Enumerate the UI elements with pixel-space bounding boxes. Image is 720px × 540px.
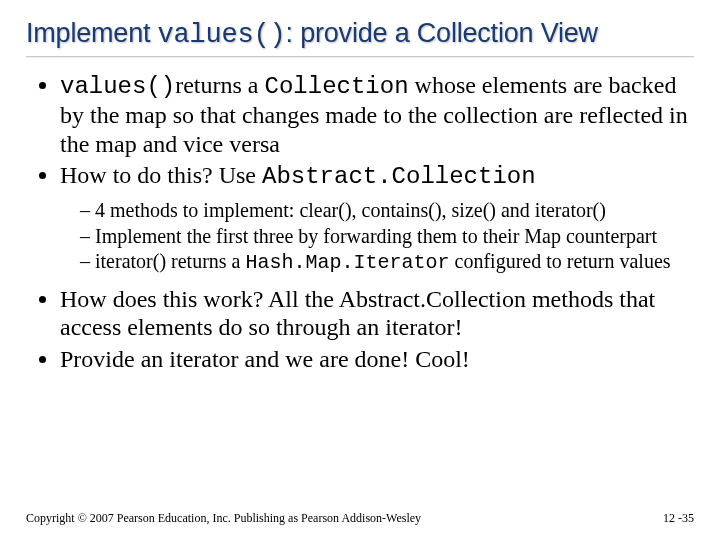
title-text-pre: Implement <box>26 18 158 48</box>
bullet-2-text: How to do this? Use <box>60 162 262 188</box>
bullet-1-code1: values() <box>60 73 175 100</box>
sub-1: 4 methods to implement: clear(), contain… <box>80 199 694 223</box>
slide: Implement values(): provide a Collection… <box>0 0 720 540</box>
title-text-post: : provide a Collection View <box>286 18 598 48</box>
sub-3-textb: configured to return values <box>450 250 671 272</box>
bullet-2: How to do this? Use Abstract.Collection … <box>60 161 694 275</box>
sub-list: 4 methods to implement: clear(), contain… <box>60 199 694 275</box>
sub-3-texta: iterator() returns a <box>95 250 245 272</box>
bullet-3: How does this work? All the Abstract.Col… <box>60 285 694 342</box>
copyright-footer: Copyright © 2007 Pearson Education, Inc.… <box>26 511 421 526</box>
title-rule <box>26 56 694 57</box>
bullet-2-code: Abstract.Collection <box>262 163 536 190</box>
title-code: values() <box>158 20 286 50</box>
bullet-1: values()returns a Collection whose eleme… <box>60 71 694 158</box>
sub-2: Implement the first three by forwarding … <box>80 225 694 249</box>
bullet-list: values()returns a Collection whose eleme… <box>32 71 694 373</box>
sub-3: iterator() returns a Hash.Map.Iterator c… <box>80 250 694 275</box>
bullet-1-text1: returns a <box>175 72 264 98</box>
bullet-4: Provide an iterator and we are done! Coo… <box>60 345 694 373</box>
slide-title: Implement values(): provide a Collection… <box>26 18 694 50</box>
bullet-1-code2: Collection <box>265 73 409 100</box>
sub-3-code: Hash.Map.Iterator <box>245 251 449 274</box>
page-number: 12 -35 <box>663 511 694 526</box>
